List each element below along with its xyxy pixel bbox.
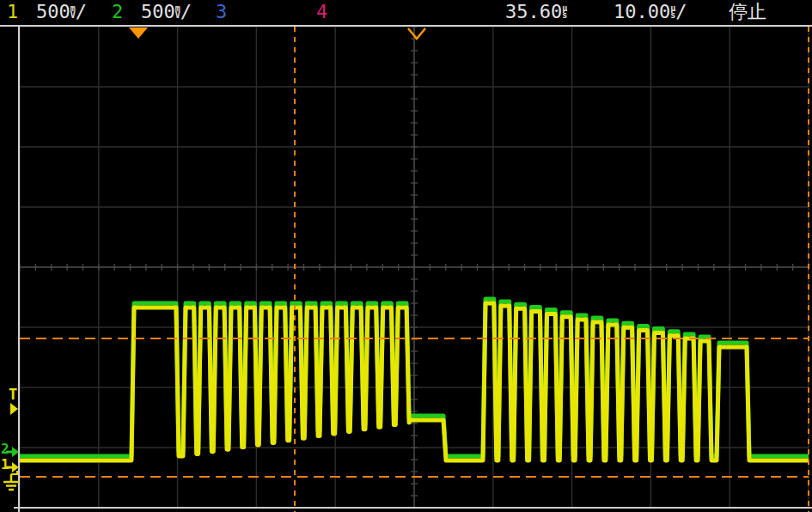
channel2-position-label: 2: [1, 441, 9, 457]
trigger-time-marker-icon: [408, 28, 425, 39]
display-frame: [0, 26, 812, 512]
trigger-event-marker-icon: [129, 27, 148, 39]
trigger-level-label: T: [9, 386, 17, 403]
ground-symbol-icon: [3, 471, 19, 490]
graticule: [20, 27, 809, 508]
trigger-level-arrow-icon: [10, 403, 18, 415]
channel1-position-label: 1: [1, 456, 9, 472]
scope-display: [0, 0, 812, 512]
